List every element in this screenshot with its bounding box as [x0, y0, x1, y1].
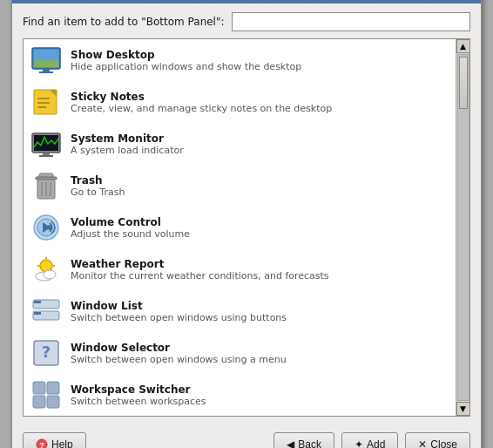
show-desktop-name: Show Desktop — [71, 49, 301, 61]
svg-rect-38 — [33, 382, 45, 394]
button-bar: ? Help ◀ Back ✦ Add ✕ Close — [12, 425, 481, 448]
add-icon: ✦ — [355, 438, 363, 448]
trash-desc: Go to Trash — [71, 187, 125, 198]
svg-text:?: ? — [42, 343, 51, 361]
right-buttons: ◀ Back ✦ Add ✕ Close — [274, 432, 470, 448]
help-icon: ? — [36, 438, 48, 448]
window-list-text: Window List Switch between open windows … — [71, 300, 287, 323]
svg-rect-39 — [47, 382, 59, 394]
list-item[interactable]: System Monitor A system load indicator — [24, 123, 456, 165]
scrollbar[interactable]: ▲ ▼ — [456, 39, 469, 416]
system-monitor-icon — [30, 128, 62, 160]
scroll-down-button[interactable]: ▼ — [456, 402, 470, 416]
window-list-desc: Switch between open windows using button… — [71, 312, 287, 323]
list-item[interactable]: Weather Report Monitor the current weath… — [24, 248, 456, 290]
volume-control-desc: Adjust the sound volume — [71, 228, 190, 240]
workspace-switcher-text: Workspace Switcher Switch between worksp… — [71, 384, 206, 407]
list-item[interactable]: Window List Switch between open windows … — [24, 290, 456, 332]
window-selector-desc: Switch between open windows using a menu — [71, 354, 287, 365]
sticky-notes-desc: Create, view, and manage sticky notes on… — [71, 103, 332, 114]
list-item[interactable]: Trash Go to Trash — [24, 165, 456, 207]
weather-report-desc: Monitor the current weather conditions, … — [71, 270, 329, 282]
weather-report-text: Weather Report Monitor the current weath… — [71, 258, 329, 282]
sticky-notes-text: Sticky Notes Create, view, and manage st… — [71, 91, 332, 114]
search-label: Find an item to add to "Bottom Panel": — [23, 16, 225, 28]
system-monitor-name: System Monitor — [71, 132, 184, 145]
show-desktop-text: Show Desktop Hide application windows an… — [71, 49, 301, 72]
weather-report-icon — [30, 254, 62, 285]
window-selector-icon: ? — [30, 337, 62, 369]
svg-rect-40 — [33, 396, 45, 408]
add-to-panel-dialog: + Add to Panel ✕ Find an item to add to … — [11, 0, 482, 448]
svg-rect-41 — [47, 396, 59, 408]
system-monitor-desc: A system load indicator — [71, 145, 184, 156]
list-item[interactable]: Workspace Switcher Switch between worksp… — [24, 374, 456, 416]
list-item[interactable]: ? Window Selector Switch between open wi… — [24, 332, 456, 374]
back-icon: ◀ — [287, 438, 294, 448]
svg-point-31 — [44, 270, 56, 279]
list-item[interactable]: Show Desktop Hide application windows an… — [24, 39, 456, 81]
dialog-body: Find an item to add to "Bottom Panel": — [12, 3, 481, 425]
svg-rect-15 — [43, 153, 50, 155]
window-selector-text: Window Selector Switch between open wind… — [71, 342, 287, 365]
window-list-icon — [30, 295, 62, 327]
sticky-notes-icon — [30, 86, 62, 118]
sticky-notes-name: Sticky Notes — [71, 91, 332, 103]
trash-icon — [30, 170, 62, 201]
svg-rect-35 — [34, 312, 41, 315]
weather-report-name: Weather Report — [71, 258, 329, 270]
show-desktop-icon — [30, 44, 62, 76]
close-icon: ✕ — [418, 438, 427, 448]
volume-control-icon — [30, 212, 62, 243]
volume-control-name: Volume Control — [71, 216, 190, 228]
window-selector-name: Window Selector — [71, 342, 287, 354]
svg-rect-8 — [34, 90, 57, 114]
list-item[interactable]: Volume Control Adjust the sound volume — [24, 207, 456, 248]
back-button[interactable]: ◀ Back — [274, 432, 334, 448]
system-monitor-text: System Monitor A system load indicator — [71, 132, 184, 156]
scroll-track[interactable] — [457, 54, 469, 401]
svg-rect-7 — [39, 71, 53, 73]
items-list-container: Show Desktop Hide application windows an… — [23, 38, 470, 417]
svg-rect-16 — [39, 155, 53, 157]
add-button[interactable]: ✦ Add — [341, 432, 398, 448]
svg-text:?: ? — [39, 441, 44, 448]
workspace-switcher-desc: Switch between workspaces — [71, 396, 206, 407]
trash-text: Trash Go to Trash — [71, 174, 125, 198]
scroll-thumb[interactable] — [459, 57, 468, 109]
svg-rect-4 — [34, 50, 58, 60]
items-list-scroll[interactable]: Show Desktop Hide application windows an… — [24, 39, 456, 416]
scroll-up-button[interactable]: ▲ — [456, 39, 470, 53]
search-row: Find an item to add to "Bottom Panel": — [23, 12, 470, 31]
list-item[interactable]: Sticky Notes Create, view, and manage st… — [24, 81, 456, 123]
svg-rect-5 — [34, 60, 58, 67]
svg-rect-33 — [34, 301, 41, 303]
trash-name: Trash — [71, 174, 125, 187]
window-list-name: Window List — [71, 300, 287, 312]
workspace-switcher-name: Workspace Switcher — [71, 384, 206, 396]
show-desktop-desc: Hide application windows and show the de… — [71, 61, 301, 72]
search-input[interactable] — [232, 12, 470, 31]
volume-control-text: Volume Control Adjust the sound volume — [71, 216, 190, 240]
close-button[interactable]: ✕ Close — [405, 432, 470, 448]
help-button[interactable]: ? Help — [23, 432, 86, 448]
workspace-switcher-icon — [30, 379, 62, 411]
